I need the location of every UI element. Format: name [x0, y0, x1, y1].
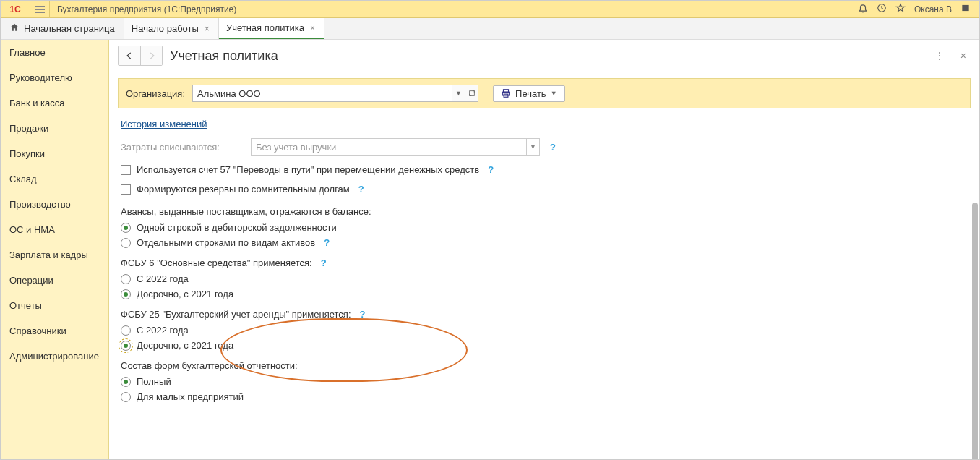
tab-home[interactable]: Начальная страница — [1, 18, 124, 39]
page-title: Учетная политика — [170, 48, 278, 64]
radio-forms-small[interactable] — [121, 392, 131, 402]
advances-group-label: Авансы, выданные поставщикам, отражаются… — [109, 199, 979, 220]
app-title: Бухгалтерия предприятия (1С:Предприятие) — [50, 4, 858, 14]
chevron-down-icon: ▼ — [551, 90, 557, 97]
bell-icon[interactable] — [858, 3, 868, 15]
fsbu25-group-label: ФСБУ 25 "Бухгалтерский учет аренды" прим… — [121, 309, 351, 320]
sidebar-item-admin[interactable]: Администрирование — [1, 344, 108, 369]
home-icon — [9, 22, 20, 35]
main-menu-button[interactable] — [30, 1, 50, 18]
titlebar: 1C Бухгалтерия предприятия (1С:Предприят… — [1, 1, 979, 18]
page-content: Организация: Альмина ООО ▼ Печать ▼ — [109, 72, 979, 459]
costs-label: Затраты списываются: — [121, 142, 244, 153]
more-menu-icon[interactable]: ⋮ — [930, 47, 949, 64]
radio-fsbu25-2021[interactable] — [121, 341, 131, 351]
radio-advances-by-asset[interactable] — [121, 238, 131, 248]
organization-value: Альмина ООО — [197, 88, 261, 99]
help-icon[interactable]: ? — [356, 184, 367, 195]
checkbox-account57[interactable] — [121, 165, 131, 175]
forward-button[interactable] — [140, 46, 162, 65]
help-icon[interactable]: ? — [485, 164, 497, 175]
tab-started[interactable]: Начало работы × — [124, 18, 219, 39]
organization-panel: Организация: Альмина ООО ▼ Печать ▼ — [118, 78, 971, 108]
checkbox-reserves-label: Формируются резервы по сомнительным долг… — [137, 184, 350, 195]
checkbox-reserves[interactable] — [121, 184, 131, 195]
history-link[interactable]: История изменений — [121, 119, 207, 129]
help-icon[interactable]: ? — [357, 309, 369, 320]
radio-label: Досрочно, с 2021 года — [137, 340, 233, 351]
sidebar-item-assets[interactable]: ОС и НМА — [1, 217, 108, 242]
radio-label: Одной строкой в дебиторской задолженност… — [137, 222, 337, 233]
sidebar-item-manager[interactable]: Руководителю — [1, 65, 108, 90]
radio-label: Для малых предприятий — [137, 391, 244, 402]
history-icon[interactable] — [877, 3, 887, 15]
sidebar: Главное Руководителю Банк и касса Продаж… — [1, 40, 109, 459]
sidebar-item-reports[interactable]: Отчеты — [1, 293, 108, 318]
radio-fsbu6-2021[interactable] — [121, 289, 131, 299]
radio-label: Отдельными строками по видам активов — [137, 237, 315, 248]
sidebar-item-bank[interactable]: Банк и касса — [1, 90, 108, 116]
sidebar-item-sales[interactable]: Продажи — [1, 116, 108, 141]
user-name[interactable]: Оксана В — [914, 4, 952, 14]
sidebar-item-purchases[interactable]: Покупки — [1, 141, 108, 166]
logo-1c: 1C — [1, 4, 30, 14]
scrollbar[interactable] — [972, 203, 978, 459]
fsbu6-group-label: ФСБУ 6 "Основные средства" применяется: — [121, 257, 312, 268]
sidebar-item-catalogs[interactable]: Справочники — [1, 318, 108, 344]
radio-label: Полный — [137, 376, 171, 387]
close-page-icon[interactable]: × — [956, 47, 971, 64]
radio-label: Досрочно, с 2021 года — [137, 289, 233, 299]
radio-advances-one-line[interactable] — [121, 223, 131, 233]
org-label: Организация: — [126, 88, 185, 99]
star-icon[interactable] — [895, 3, 906, 15]
svg-rect-3 — [963, 9, 968, 10]
help-icon[interactable]: ? — [318, 257, 330, 268]
costs-combo[interactable]: Без учета выручки ▼ — [251, 138, 540, 156]
svg-rect-1 — [963, 6, 968, 7]
forms-group-label: Состав форм бухгалтерской отчетности: — [109, 353, 979, 374]
radio-label: С 2022 года — [137, 325, 189, 336]
organization-select[interactable]: Альмина ООО — [192, 85, 452, 102]
radio-fsbu25-2022[interactable] — [121, 325, 131, 336]
svg-rect-2 — [963, 7, 968, 8]
radio-forms-full[interactable] — [121, 377, 131, 387]
tab-home-label: Начальная страница — [24, 23, 115, 34]
tab-accounting-policy[interactable]: Учетная политика × — [219, 18, 324, 39]
user-menu-button[interactable] — [960, 3, 971, 15]
tab-label: Учетная политика — [226, 22, 304, 33]
print-button[interactable]: Печать ▼ — [493, 85, 565, 102]
close-icon[interactable]: × — [203, 24, 211, 34]
help-icon[interactable]: ? — [547, 142, 559, 153]
back-button[interactable] — [119, 46, 140, 65]
help-icon[interactable]: ? — [321, 237, 332, 248]
checkbox-account57-label: Используется счет 57 "Переводы в пути" п… — [137, 164, 479, 175]
sidebar-item-warehouse[interactable]: Склад — [1, 166, 108, 192]
sidebar-item-operations[interactable]: Операции — [1, 268, 108, 293]
page-header: Учетная политика ⋮ × — [109, 40, 979, 72]
sidebar-item-payroll[interactable]: Зарплата и кадры — [1, 242, 108, 268]
dropdown-icon[interactable]: ▼ — [452, 85, 465, 102]
tab-label: Начало работы — [132, 23, 199, 34]
radio-fsbu6-2022[interactable] — [121, 274, 131, 284]
costs-value: Без учета выручки — [252, 142, 526, 153]
close-icon[interactable]: × — [309, 23, 317, 33]
sidebar-item-main[interactable]: Главное — [1, 40, 108, 65]
print-label: Печать — [515, 88, 546, 99]
chevron-down-icon[interactable]: ▼ — [526, 139, 539, 155]
tab-bar: Начальная страница Начало работы × Учетн… — [1, 18, 979, 40]
open-dialog-icon[interactable] — [465, 85, 478, 102]
radio-label: С 2022 года — [137, 273, 189, 284]
svg-rect-4 — [469, 91, 474, 96]
sidebar-item-production[interactable]: Производство — [1, 192, 108, 217]
